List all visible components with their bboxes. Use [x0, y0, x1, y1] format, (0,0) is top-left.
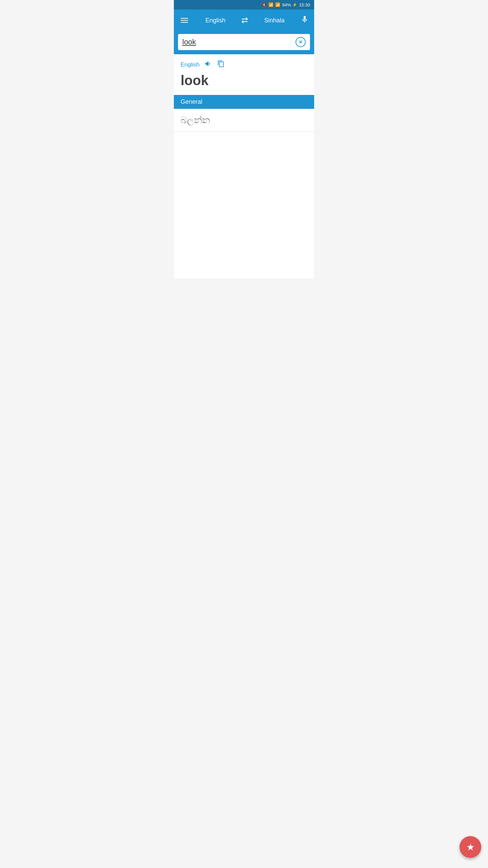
- content-area: බලන්න: [174, 109, 314, 278]
- sound-button[interactable]: [204, 60, 212, 70]
- menu-line-2: [181, 20, 188, 21]
- status-icons: 🔇 📶 📶 94% ⚡ 15:30: [262, 2, 310, 7]
- microphone-button[interactable]: [301, 15, 309, 25]
- translation-result-row[interactable]: බලන්න: [174, 109, 314, 132]
- search-input-wrapper: ✕: [178, 34, 310, 50]
- menu-line-1: [181, 18, 188, 19]
- section-title: General: [181, 98, 202, 105]
- copy-button[interactable]: [217, 60, 225, 69]
- card-language-label: English: [181, 61, 200, 68]
- card-header: English: [181, 60, 307, 70]
- search-input[interactable]: [182, 38, 296, 46]
- mute-icon: 🔇: [262, 2, 267, 7]
- source-language-button[interactable]: English: [205, 17, 225, 24]
- menu-line-3: [181, 22, 188, 23]
- app-bar: English ⇄ Sinhala: [174, 9, 314, 31]
- wifi-icon: 📶: [268, 2, 273, 7]
- battery-percentage: 94%: [282, 2, 291, 7]
- source-word: look: [181, 73, 307, 88]
- search-container: ✕: [174, 31, 314, 54]
- clear-icon: ✕: [299, 40, 303, 44]
- swap-languages-button[interactable]: ⇄: [241, 16, 248, 25]
- signal-icon: 📶: [275, 2, 280, 7]
- section-header: General: [174, 95, 314, 109]
- status-time: 15:30: [299, 2, 310, 7]
- battery-icon: ⚡: [292, 3, 297, 7]
- clear-button[interactable]: ✕: [296, 37, 306, 47]
- sinhala-translation: බලන්න: [181, 115, 210, 125]
- menu-button[interactable]: [179, 17, 189, 24]
- status-bar: 🔇 📶 📶 94% ⚡ 15:30: [174, 0, 314, 9]
- translation-card: English look: [174, 54, 314, 95]
- target-language-button[interactable]: Sinhala: [264, 17, 285, 24]
